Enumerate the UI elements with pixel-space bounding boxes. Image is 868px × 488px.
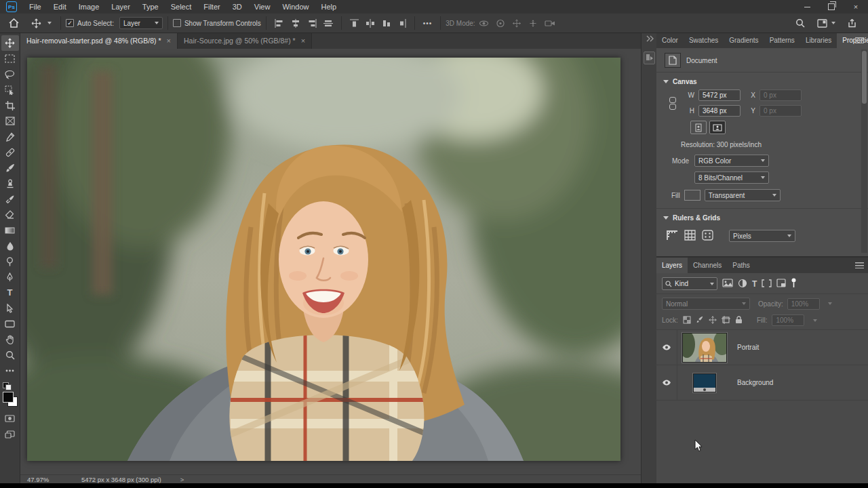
tool-object-selection[interactable] — [1, 82, 19, 98]
menu-filter[interactable]: Filter — [197, 0, 226, 14]
align-center-h-button[interactable] — [288, 16, 304, 30]
doc-tab-hair-removal-starter[interactable]: Hair-removal-starter.psd @ 48% (RGB/8) *… — [20, 33, 178, 49]
filter-smart-objects-icon[interactable] — [776, 279, 786, 289]
align-top-button[interactable] — [320, 16, 336, 30]
layer-name[interactable]: Portrait — [737, 344, 759, 351]
layer-filter-dropdown[interactable]: Kind — [662, 277, 717, 290]
tool-shape[interactable] — [1, 316, 19, 331]
lock-pixels-icon[interactable] — [696, 316, 704, 325]
lock-transparency-icon[interactable] — [683, 316, 691, 325]
height-field[interactable]: 3648 px — [698, 105, 741, 117]
pixel-grid-toggle-icon[interactable] — [702, 230, 713, 242]
grid-toggle-icon[interactable] — [684, 230, 696, 242]
properties-scrollbar[interactable] — [861, 49, 867, 253]
close-button[interactable]: × — [844, 0, 868, 14]
distribute-center-h-button[interactable] — [362, 16, 378, 30]
tool-lasso[interactable] — [1, 66, 19, 82]
menu-window[interactable]: Window — [276, 0, 315, 14]
layer-thumbnail-background[interactable] — [693, 373, 716, 392]
tool-pen[interactable] — [1, 269, 19, 285]
filter-shape-layers-icon[interactable] — [762, 279, 772, 289]
share-button[interactable] — [844, 16, 860, 30]
tab-close-icon[interactable]: × — [167, 37, 171, 45]
filter-type-layers-icon[interactable]: T — [752, 279, 757, 289]
tool-frame[interactable] — [1, 113, 19, 129]
tool-eyedropper[interactable] — [1, 129, 19, 144]
home-button[interactable] — [0, 16, 27, 30]
quick-mask-button[interactable] — [1, 411, 19, 426]
doc-tab-hair-source[interactable]: Hair-Source.jpg @ 50% (RGB/8#) * × — [178, 33, 312, 49]
visibility-toggle[interactable] — [656, 330, 677, 365]
color-mode-dropdown[interactable]: RGB Color — [694, 155, 769, 167]
visibility-toggle[interactable] — [656, 365, 677, 400]
align-left-button[interactable] — [271, 16, 288, 30]
filter-adjustment-layers-icon[interactable] — [738, 279, 747, 289]
layer-name[interactable]: Background — [737, 379, 773, 386]
menu-type[interactable]: Type — [136, 0, 165, 14]
tool-zoom[interactable] — [1, 347, 19, 363]
tool-gradient[interactable] — [1, 222, 19, 238]
align-right-button[interactable] — [304, 16, 320, 30]
tab-gradients[interactable]: Gradients — [724, 33, 764, 48]
panel-menu-icon[interactable] — [855, 37, 864, 43]
canvas-fill-swatch[interactable] — [684, 190, 701, 201]
rulers-grids-section-header[interactable]: Rulers & Grids — [656, 209, 868, 224]
tab-paths[interactable]: Paths — [727, 258, 755, 273]
menu-3d[interactable]: 3D — [226, 0, 248, 14]
restore-button[interactable] — [819, 0, 844, 14]
width-field[interactable]: 5472 px — [698, 89, 741, 101]
edit-toolbar-button[interactable] — [1, 363, 19, 378]
default-colors-icon[interactable] — [3, 382, 12, 389]
expand-panels-icon[interactable] — [646, 35, 654, 42]
layer-row-portrait[interactable]: Portrait — [656, 330, 868, 365]
panel-menu-icon[interactable] — [855, 262, 864, 268]
lock-all-icon[interactable] — [735, 316, 743, 325]
tool-blur[interactable] — [1, 238, 19, 253]
tool-eraser[interactable] — [1, 207, 19, 222]
status-options-chevron[interactable]: > — [180, 476, 184, 483]
search-button[interactable] — [792, 16, 808, 30]
tab-color[interactable]: Color — [656, 33, 684, 48]
foreground-color-swatch[interactable] — [3, 392, 14, 403]
menu-select[interactable]: Select — [165, 0, 198, 14]
layer-thumbnail-portrait[interactable] — [682, 333, 727, 363]
tool-crop[interactable] — [1, 98, 19, 113]
tool-spot-healing[interactable] — [1, 144, 19, 160]
distribute-right-button[interactable] — [394, 16, 410, 30]
distribute-bottom-button[interactable] — [378, 16, 394, 30]
orientation-portrait-button[interactable] — [690, 121, 707, 134]
distribute-top-button[interactable] — [347, 16, 362, 30]
scrollbar-thumb[interactable] — [862, 51, 867, 104]
show-transform-checkbox[interactable] — [173, 19, 181, 27]
rulers-toggle-icon[interactable] — [666, 230, 678, 242]
tool-dodge[interactable] — [1, 253, 19, 269]
menu-file[interactable]: File — [23, 0, 47, 14]
color-swatches[interactable] — [3, 392, 18, 407]
tool-path-selection[interactable] — [1, 300, 19, 316]
tab-close-icon[interactable]: × — [301, 37, 305, 45]
tool-type[interactable]: T — [1, 285, 19, 300]
filter-toggle-icon[interactable] — [791, 278, 797, 289]
menu-help[interactable]: Help — [315, 0, 343, 14]
zoom-level-field[interactable]: 47.97% — [27, 476, 61, 483]
menu-edit[interactable]: Edit — [47, 0, 73, 14]
more-options-button[interactable]: ••• — [420, 16, 436, 30]
tool-clone-stamp[interactable] — [1, 176, 19, 191]
orientation-landscape-button[interactable] — [709, 121, 726, 134]
auto-select-checkbox[interactable]: ✓ — [66, 19, 74, 27]
canvas-section-header[interactable]: Canvas — [656, 73, 868, 88]
tool-move[interactable] — [1, 35, 19, 51]
collapsed-panel-button[interactable] — [644, 52, 655, 64]
filter-pixel-layers-icon[interactable] — [722, 279, 733, 289]
minimize-button[interactable] — [795, 0, 819, 14]
workspace-switcher-button[interactable] — [814, 16, 839, 30]
document-image-portrait-photo[interactable] — [27, 58, 620, 461]
lock-position-icon[interactable] — [709, 316, 717, 325]
screen-mode-button[interactable] — [1, 426, 19, 442]
ruler-units-dropdown[interactable]: Pixels — [729, 230, 795, 242]
tool-hand[interactable] — [1, 331, 19, 347]
link-dimensions-icon[interactable] — [666, 97, 679, 110]
menu-image[interactable]: Image — [73, 0, 106, 14]
canvas-fill-dropdown[interactable]: Transparent — [705, 189, 781, 201]
tool-brush[interactable] — [1, 160, 19, 176]
